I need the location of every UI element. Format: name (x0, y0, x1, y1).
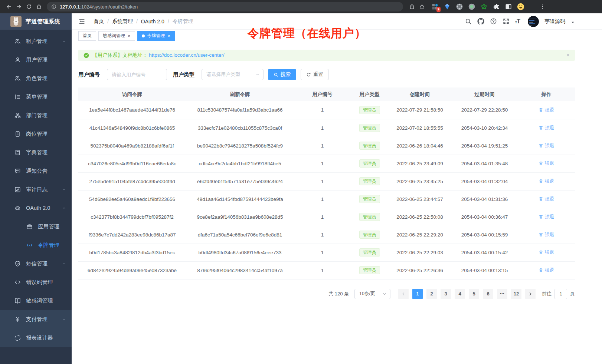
sidebar-item[interactable]: 应用管理 (0, 217, 72, 236)
side-panel-icon[interactable] (505, 3, 512, 10)
refresh-token-cell: 8796295f04064c2983414cc54af1097a (186, 261, 294, 279)
user-type-tag: 管理员 (359, 213, 380, 221)
forward-icon[interactable] (14, 2, 24, 12)
force-logout-button[interactable]: 强退 (539, 214, 554, 220)
page-button[interactable]: 5 (469, 289, 479, 299)
reset-button[interactable]: 重置 (301, 69, 329, 80)
user-avatar[interactable] (528, 16, 539, 27)
page-button[interactable]: 12 (511, 289, 521, 299)
sidebar-item[interactable]: 用户管理 (0, 50, 72, 69)
green-star-extension-icon[interactable] (480, 3, 488, 10)
pagination: 共 120 条 10条/页 1 2 3 4 5 6 (78, 289, 575, 299)
app-logo[interactable]: 芋道管理系统 (0, 13, 72, 30)
table-row: c347026e805e4d99b0d116eae66eda8c cdfc4ce… (78, 155, 575, 172)
sidebar-item[interactable]: 角色管理 (0, 69, 72, 87)
sidebar-item[interactable]: 报表设计器 (0, 328, 72, 347)
force-logout-button[interactable]: 强退 (539, 125, 554, 131)
search-icon[interactable] (465, 18, 472, 25)
force-logout-button[interactable]: 强退 (539, 249, 554, 256)
sidebar-item[interactable]: 通知公告 (0, 162, 72, 180)
sidebar-item[interactable]: 敏感词管理 (0, 291, 72, 310)
menu-item-icon (14, 316, 21, 323)
force-logout-button[interactable]: 强退 (539, 160, 554, 167)
app-title: 芋道管理系统 (26, 18, 60, 25)
doc-link[interactable]: https://doc.iocoder.cn/user-center/ (149, 52, 224, 58)
sidebar-item[interactable]: 错误码管理 (0, 273, 72, 291)
doc-alert: 【用户体系】文档地址： https://doc.iocoder.cn/user-… (78, 50, 575, 61)
sidebar-item[interactable]: 部门管理 (0, 106, 72, 125)
user-type-tag: 管理员 (359, 124, 380, 132)
gem-extension-icon[interactable] (444, 3, 451, 10)
breadcrumb-item[interactable]: 系统管理/ (112, 18, 138, 25)
github-icon[interactable] (477, 18, 484, 25)
search-button[interactable]: 搜索 (268, 69, 296, 80)
page-button[interactable]: 2 (426, 289, 437, 299)
page-tab[interactable]: 令牌管理 × (137, 31, 175, 41)
user-type-tag: 管理员 (359, 248, 380, 257)
dial-extension-icon[interactable] (456, 3, 463, 10)
prev-page-button[interactable] (398, 289, 409, 299)
sidebar-item[interactable]: 岗位管理 (0, 125, 72, 143)
green-dot-extension-icon[interactable] (468, 3, 475, 10)
page-tab[interactable]: 敏感词管理 × (98, 31, 135, 41)
column-header: 刷新令牌 (186, 87, 294, 101)
user-caret-icon[interactable] (571, 20, 575, 24)
tab-close-icon[interactable]: × (168, 33, 171, 38)
page-button[interactable]: 6 (483, 289, 493, 299)
home-icon[interactable] (34, 2, 44, 12)
url-bar[interactable]: 127.0.0.1:1024/system/oauth2/token (47, 2, 403, 11)
force-logout-button[interactable]: 强退 (539, 231, 554, 238)
page-tab[interactable]: 首页 (78, 31, 96, 41)
extension-badge-icon[interactable]: 9 (431, 3, 439, 10)
breadcrumb-item[interactable]: OAuth 2.0/ (141, 19, 169, 24)
breadcrumb-item[interactable]: 令牌管理/ (173, 18, 193, 25)
user-type-tag: 管理员 (359, 159, 380, 168)
help-icon[interactable] (490, 18, 497, 25)
chrome-menu-icon[interactable] (537, 2, 547, 12)
share-icon[interactable] (407, 2, 417, 12)
sidebar-item[interactable]: 令牌管理 (0, 236, 72, 254)
force-logout-button[interactable]: 强退 (539, 196, 554, 202)
sidebar-item[interactable]: OAuth 2.0 (0, 199, 72, 217)
goto-page-suffix: 页 (570, 291, 575, 297)
page-size-select[interactable]: 10条/页 (354, 289, 390, 299)
force-logout-button[interactable]: 强退 (539, 178, 554, 185)
access-token-cell: 54d6be82ee5a460a9aedc1f9bf223656 (78, 190, 186, 208)
profile-avatar-icon[interactable] (517, 3, 524, 10)
breadcrumb-item[interactable]: 首页/ (94, 18, 109, 25)
reload-icon[interactable] (24, 2, 34, 12)
font-size-icon[interactable]: тT (515, 19, 520, 24)
force-logout-button[interactable]: 强退 (539, 267, 554, 274)
back-icon[interactable] (4, 2, 14, 12)
username[interactable]: 芋道源码 (544, 18, 565, 25)
puzzle-extensions-icon[interactable] (493, 3, 500, 10)
alert-close-icon[interactable]: × (566, 52, 570, 58)
page-button[interactable]: 3 (441, 289, 451, 299)
sidebar-item[interactable]: 短信管理 (0, 254, 72, 273)
goto-page-input[interactable] (554, 289, 567, 299)
page-button[interactable]: 1 (412, 289, 423, 299)
next-page-button[interactable] (525, 289, 536, 299)
sidebar-item[interactable]: 审计日志 (0, 180, 72, 199)
sidebar-item[interactable]: 租户管理 (0, 32, 72, 50)
user-id-input[interactable] (107, 69, 167, 80)
chevron-icon (62, 317, 66, 322)
bookmark-star-icon[interactable] (417, 2, 427, 12)
page-button[interactable]: 4 (455, 289, 465, 299)
fullscreen-icon[interactable] (503, 18, 510, 25)
sidebar-toggle-icon[interactable] (78, 18, 85, 25)
sidebar-item[interactable]: 字典管理 (0, 143, 72, 162)
site-info-icon[interactable] (51, 4, 56, 9)
user-type-select[interactable]: 请选择用户类型 (202, 69, 264, 80)
tab-close-icon[interactable]: × (128, 33, 131, 38)
force-logout-button[interactable]: 强退 (539, 142, 554, 149)
force-logout-button[interactable]: 强退 (539, 107, 554, 113)
sidebar-item[interactable]: 菜单管理 (0, 87, 72, 106)
sidebar-item[interactable]: 支付管理 (0, 310, 72, 328)
goto-label: 前往 (542, 291, 552, 297)
refresh-token-cell: 9ce8ef2aa9f14056b831ae9b608e28d5 (186, 208, 294, 226)
menu-item-icon (14, 168, 21, 175)
page-content: 【用户体系】文档地址： https://doc.iocoder.cn/user-… (72, 42, 602, 364)
page-button[interactable]: ⋯ (497, 289, 507, 299)
menu-item-icon (26, 223, 33, 230)
